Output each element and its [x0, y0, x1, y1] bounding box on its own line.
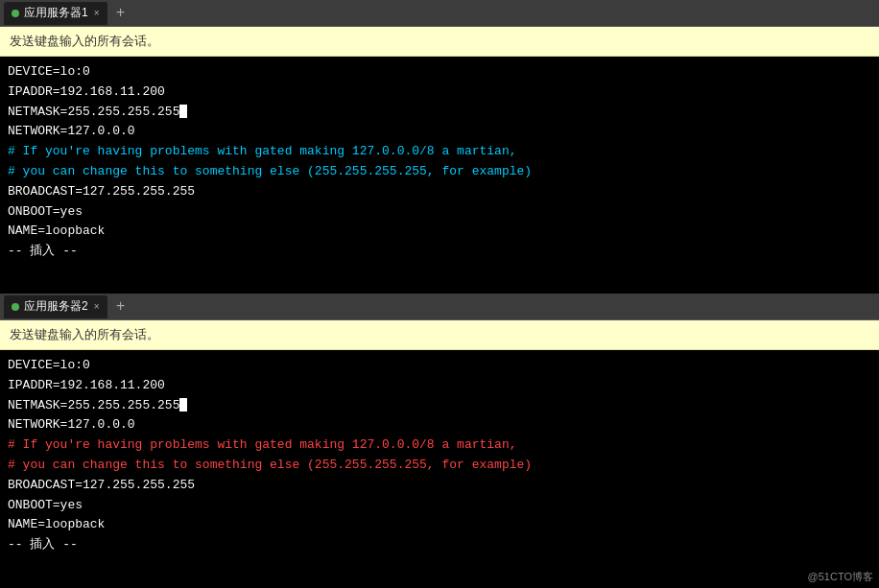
terminal-line-1-3: NETWORK=127.0.0.0 [8, 122, 871, 142]
tab-label-2: 应用服务器2 [24, 298, 88, 315]
terminal-line-1-9: -- 插入 -- [8, 242, 871, 262]
terminal-line-2-9: -- 插入 -- [8, 535, 871, 555]
tab-bar-2: 应用服务器2 × + [0, 294, 879, 320]
terminal-line-2-5: # you can change this to something else … [8, 456, 871, 476]
tab-bar-1: 应用服务器1 × + [0, 0, 879, 27]
terminal-line-2-3: NETWORK=127.0.0.0 [8, 415, 871, 435]
notice-bar-1: 发送键盘输入的所有会话。 [0, 27, 879, 57]
terminal-line-2-8: NAME=loopback [8, 515, 871, 535]
notice-text-1: 发送键盘输入的所有会话。 [10, 34, 159, 48]
terminal-line-2-0: DEVICE=lo:0 [8, 356, 871, 376]
terminal-line-1-5: # you can change this to something else … [8, 162, 871, 182]
notice-text-2: 发送键盘输入的所有会话。 [10, 327, 159, 341]
terminal-line-2-1: IPADDR=192.168.11.200 [8, 376, 871, 396]
tab-add-2[interactable]: + [109, 295, 132, 318]
tab-close-2[interactable]: × [94, 301, 100, 312]
notice-bar-2: 发送键盘输入的所有会话。 [0, 320, 879, 350]
cursor-2 [179, 398, 187, 412]
terminal-line-1-6: BROADCAST=127.255.255.255 [8, 182, 871, 202]
terminal-line-1-1: IPADDR=192.168.11.200 [8, 82, 871, 103]
tab-close-1[interactable]: × [94, 8, 100, 18]
terminal-line-1-4: # If you're having problems with gated m… [8, 142, 871, 162]
tab-server1[interactable]: 应用服务器1 × [4, 2, 107, 25]
terminal-line-2-4: # If you're having problems with gated m… [8, 435, 871, 456]
pane-2: 应用服务器2 × + 发送键盘输入的所有会话。 DEVICE=lo:0 IPAD… [0, 294, 879, 588]
terminal-line-1-0: DEVICE=lo:0 [8, 62, 871, 82]
terminal-line-1-2: NETMASK=255.255.255.255 [8, 103, 871, 123]
tab-add-1[interactable]: + [109, 2, 132, 25]
terminal-line-2-6: BROADCAST=127.255.255.255 [8, 476, 871, 496]
tab-status-dot-2 [12, 303, 19, 311]
cursor-1 [179, 105, 187, 118]
watermark: @51CTO博客 [808, 570, 873, 584]
app-container: 应用服务器1 × + 发送键盘输入的所有会话。 DEVICE=lo:0 IPAD… [0, 0, 879, 588]
terminal-2[interactable]: DEVICE=lo:0 IPADDR=192.168.11.200 NETMAS… [0, 350, 879, 588]
terminal-line-1-7: ONBOOT=yes [8, 202, 871, 223]
terminal-line-2-2: NETMASK=255.255.255.255 [8, 396, 871, 416]
pane-1: 应用服务器1 × + 发送键盘输入的所有会话。 DEVICE=lo:0 IPAD… [0, 0, 879, 294]
tab-label-1: 应用服务器1 [24, 5, 88, 21]
terminal-line-2-7: ONBOOT=yes [8, 496, 871, 516]
terminal-1[interactable]: DEVICE=lo:0 IPADDR=192.168.11.200 NETMAS… [0, 57, 879, 294]
terminal-line-1-8: NAME=loopback [8, 222, 871, 242]
tab-status-dot-1 [12, 10, 19, 17]
tab-server2[interactable]: 应用服务器2 × [4, 295, 107, 318]
